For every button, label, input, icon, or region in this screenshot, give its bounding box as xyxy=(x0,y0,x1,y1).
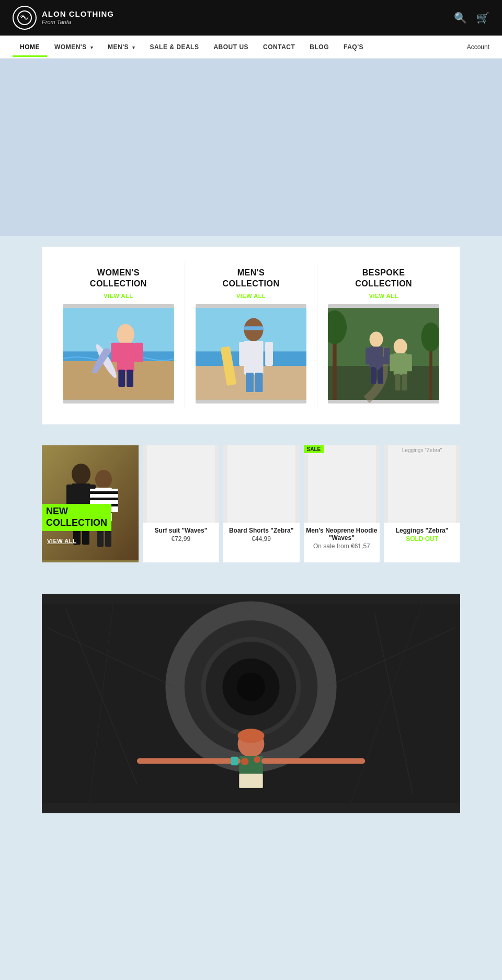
svg-rect-19 xyxy=(255,373,263,392)
svg-rect-20 xyxy=(244,326,263,330)
svg-point-28 xyxy=(370,331,383,347)
main-nav: HOME WOMEN'S ▾ MEN'S ▾ SALE & DEALS ABOU… xyxy=(0,36,502,59)
new-collection-hero: NEWCOLLECTION VIEW ALL xyxy=(42,445,139,562)
svg-rect-30 xyxy=(366,348,371,364)
collections-grid: WOMEN'SCOLLECTION VIEW ALL xyxy=(42,247,460,424)
nav-item-mens[interactable]: MEN'S ▾ xyxy=(100,37,142,57)
svg-rect-39 xyxy=(395,374,401,390)
svg-rect-87 xyxy=(231,756,238,765)
svg-rect-86 xyxy=(261,758,365,764)
collection-title-mens: MEN'SCOLLECTION xyxy=(223,268,280,290)
nav-item-faqs[interactable]: FAQ'S xyxy=(336,37,371,57)
svg-rect-61 xyxy=(111,498,118,500)
collection-image-womens xyxy=(63,304,174,403)
svg-point-49 xyxy=(95,470,112,489)
product-card-4: Leggings "Zebra" Leggings "Zebra" SOLD O… xyxy=(384,445,460,562)
svg-rect-9 xyxy=(127,370,133,386)
svg-point-74 xyxy=(237,673,266,701)
nav-item-sale[interactable]: SALE & DEALS xyxy=(142,37,206,57)
svg-rect-17 xyxy=(265,341,273,365)
nav-items: HOME WOMEN'S ▾ MEN'S ▾ SALE & DEALS ABOU… xyxy=(13,37,467,57)
svg-rect-52 xyxy=(95,498,112,500)
chevron-down-icon: ▾ xyxy=(132,45,135,50)
svg-rect-66 xyxy=(227,445,295,523)
product-card-1: Surf suit "Waves" €72,99 xyxy=(143,445,219,562)
collection-card-bespoke: BESPOKECOLLECTION VIEW ALL xyxy=(317,262,450,409)
svg-rect-60 xyxy=(111,491,118,494)
svg-point-43 xyxy=(72,464,90,485)
collection-image-bespoke xyxy=(328,304,439,403)
view-all-womens[interactable]: VIEW ALL xyxy=(104,293,133,299)
view-all-mens[interactable]: VIEW ALL xyxy=(236,293,266,299)
svg-rect-37 xyxy=(390,354,396,371)
nav-item-blog[interactable]: BLOG xyxy=(302,37,336,57)
svg-rect-85 xyxy=(137,758,241,764)
collection-card-mens: MEN'SCOLLECTION VIEW ALL xyxy=(185,262,318,409)
brand-subtitle: From Tarifa xyxy=(42,19,114,26)
sale-badge: SALE xyxy=(304,445,324,453)
brand-name: ALON CLOTHING xyxy=(42,9,114,19)
product-price-1: €72,99 xyxy=(172,535,191,547)
product-price-2: €44,99 xyxy=(252,535,271,547)
svg-rect-51 xyxy=(95,491,112,494)
account-link[interactable]: Account xyxy=(467,43,489,51)
collection-title-bespoke: BESPOKECOLLECTION xyxy=(355,268,412,290)
collection-title-womens: WOMEN'SCOLLECTION xyxy=(90,268,147,290)
hero-banner xyxy=(0,59,502,236)
new-collection-viewall-link[interactable]: VIEW ALL xyxy=(47,538,76,544)
site-header: ALON CLOTHING From Tarifa 🔍 🛒 xyxy=(0,0,502,36)
svg-rect-8 xyxy=(118,370,125,386)
svg-rect-40 xyxy=(402,374,407,390)
collection-image-mens xyxy=(196,304,307,403)
svg-point-89 xyxy=(254,756,260,763)
nav-item-about[interactable]: ABOUT US xyxy=(206,37,256,57)
svg-rect-15 xyxy=(244,341,263,375)
new-collection-section: NEWCOLLECTION VIEW ALL Surf suit "Waves"… xyxy=(0,445,502,583)
product-image-3 xyxy=(304,445,380,523)
svg-rect-65 xyxy=(147,445,215,523)
product-card-2: Board Shorts "Zebra" €44,99 xyxy=(223,445,300,562)
svg-rect-7 xyxy=(134,342,143,362)
svg-rect-68 xyxy=(388,445,456,523)
chevron-down-icon: ▾ xyxy=(90,45,94,50)
collection-card-womens: WOMEN'SCOLLECTION VIEW ALL xyxy=(52,262,185,409)
svg-rect-6 xyxy=(111,342,120,362)
product-price-4: SOLD OUT xyxy=(406,535,438,547)
product-name-4: Leggings "Zebra" xyxy=(394,523,451,535)
svg-point-83 xyxy=(238,729,265,743)
nav-item-contact[interactable]: CONTACT xyxy=(256,37,302,57)
collections-wrapper: WOMEN'SCOLLECTION VIEW ALL xyxy=(0,236,502,435)
header-icons: 🔍 🛒 xyxy=(454,11,489,24)
svg-rect-62 xyxy=(111,504,118,506)
svg-rect-57 xyxy=(90,498,97,500)
product-image-4 xyxy=(384,445,460,523)
svg-rect-56 xyxy=(90,491,97,494)
new-collection-label: NEWCOLLECTION xyxy=(42,504,111,531)
svg-rect-67 xyxy=(307,445,375,523)
logo-icon xyxy=(13,6,37,30)
svg-rect-36 xyxy=(394,353,407,375)
new-collection-row: NEWCOLLECTION VIEW ALL Surf suit "Waves"… xyxy=(42,445,460,562)
product-image-1 xyxy=(143,445,219,523)
svg-rect-90 xyxy=(239,774,263,788)
svg-rect-16 xyxy=(239,341,247,365)
promo-banner-section xyxy=(0,594,502,839)
logo-area[interactable]: ALON CLOTHING From Tarifa xyxy=(13,6,114,30)
product-name-3: Men's Neoprene Hoodie "Waves" xyxy=(304,523,380,543)
svg-rect-32 xyxy=(371,367,376,384)
product-name-1: Surf suit "Waves" xyxy=(152,523,209,535)
product-image-2 xyxy=(223,445,300,523)
nav-item-home[interactable]: HOME xyxy=(13,37,47,57)
product-label-overlay-4: Leggings "Zebra" xyxy=(384,445,460,455)
product-name-2: Board Shorts "Zebra" xyxy=(227,523,295,535)
product-price-3: On sale from €61,57 xyxy=(313,543,370,554)
view-all-bespoke[interactable]: VIEW ALL xyxy=(369,293,398,299)
svg-point-35 xyxy=(394,339,407,354)
product-cards: Surf suit "Waves" €72,99 Board Shorts "Z… xyxy=(143,445,460,562)
search-icon[interactable]: 🔍 xyxy=(454,11,467,24)
svg-point-4 xyxy=(117,324,134,345)
product-card-3: SALE Men's Neoprene Hoodie "Waves" On sa… xyxy=(304,445,380,562)
svg-rect-38 xyxy=(406,354,412,371)
nav-item-womens[interactable]: WOMEN'S ▾ xyxy=(47,37,100,57)
cart-icon[interactable]: 🛒 xyxy=(476,11,489,24)
